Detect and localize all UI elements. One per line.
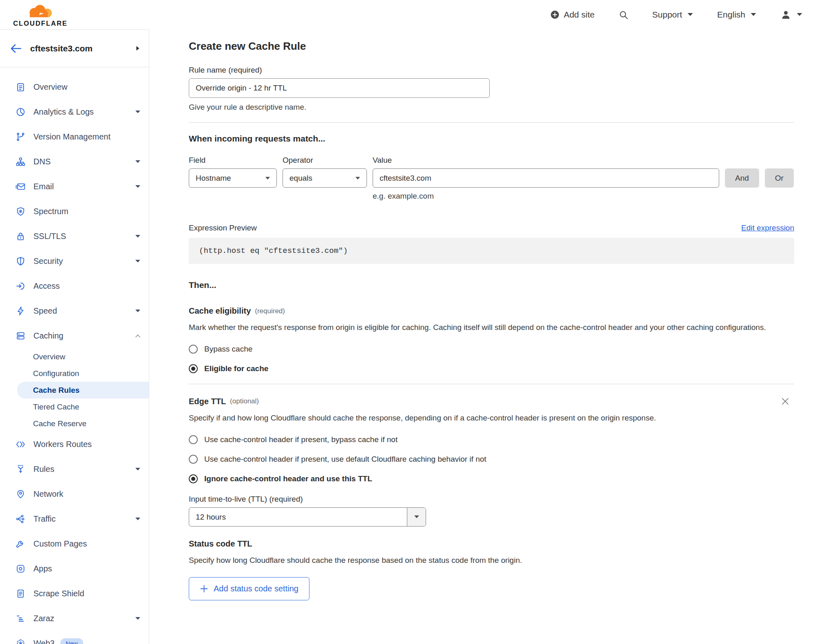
server-stack-icon	[15, 331, 26, 341]
ttl-select-caret-button[interactable]	[407, 508, 426, 526]
ttl-select[interactable]: 12 hours	[189, 507, 426, 527]
sidebar-item-workers-routes[interactable]: Workers Routes	[0, 432, 149, 457]
radio-eligible-for-cache[interactable]: Eligible for cache	[189, 364, 794, 373]
radio-circle	[189, 455, 198, 464]
share-nodes-icon	[15, 514, 26, 524]
radio-ignore-header-use-ttl[interactable]: Ignore cache-control header and use this…	[189, 474, 794, 483]
required-tag: (required)	[255, 307, 285, 315]
sidebar-item-access[interactable]: Access	[0, 274, 149, 299]
subnav-item-cache-reserve[interactable]: Cache Reserve	[0, 415, 149, 432]
expression-header-row: Expression Preview Edit expression	[189, 224, 794, 232]
language-menu[interactable]: English	[717, 10, 757, 20]
chevron-down-icon	[135, 309, 141, 313]
radio-use-header-bypass[interactable]: Use cache-control header if present, byp…	[189, 435, 794, 444]
sidebar-item-security[interactable]: Security	[0, 249, 149, 274]
clipboard-icon	[15, 82, 26, 92]
add-site-icon	[550, 10, 560, 20]
sidebar-item-analytics-logs[interactable]: Analytics & Logs	[0, 100, 149, 124]
add-site-button[interactable]: Add site	[550, 10, 595, 20]
caching-subnav: Overview Configuration Cache Rules Tiere…	[0, 348, 149, 432]
operator-column: Operator equals	[283, 156, 367, 188]
search-button[interactable]	[618, 10, 629, 20]
envelope-icon	[15, 181, 26, 192]
header-actions: Add site Support English	[550, 9, 803, 20]
shield-icon	[15, 256, 26, 266]
value-input[interactable]: cftestsite3.com	[373, 168, 719, 188]
sidebar-item-email[interactable]: Email	[0, 174, 149, 199]
app-header: CLOUDFLARE Add site Support English	[0, 0, 815, 29]
login-arrow-icon	[15, 281, 26, 291]
stacked-bars-icon	[15, 613, 26, 624]
or-button[interactable]: Or	[765, 168, 794, 188]
section-divider	[189, 122, 794, 123]
edit-expression-link[interactable]: Edit expression	[741, 224, 794, 232]
radio-use-header-default[interactable]: Use cache-control header if present, use…	[189, 455, 794, 464]
sidebar-item-ssl-tls[interactable]: SSL/TLS	[0, 224, 149, 249]
git-branch-icon	[15, 132, 26, 142]
chevron-down-icon	[135, 467, 141, 471]
sidebar-item-traffic[interactable]: Traffic	[0, 507, 149, 531]
radio-bypass-cache[interactable]: Bypass cache	[189, 345, 794, 354]
pie-chart-icon	[15, 107, 26, 117]
add-status-code-setting-button[interactable]: Add status code setting	[189, 577, 309, 600]
subnav-item-tiered-cache[interactable]: Tiered Cache	[0, 398, 149, 415]
sidebar-item-rules[interactable]: Rules	[0, 457, 149, 482]
radio-circle-selected	[189, 364, 198, 373]
field-select[interactable]: Hostname	[189, 168, 277, 188]
sidebar-item-apps[interactable]: Apps	[0, 556, 149, 581]
radio-circle	[189, 345, 198, 354]
operator-select[interactable]: equals	[283, 168, 367, 188]
snowflake-hex-icon	[15, 638, 26, 644]
field-column: Field Hostname	[189, 156, 277, 188]
edge-ttl-description: Specify if and how long Cloudflare shoul…	[189, 412, 670, 424]
radio-circle	[189, 435, 198, 444]
plus-icon	[200, 584, 208, 593]
back-arrow-icon[interactable]	[11, 44, 21, 53]
sidebar-item-overview[interactable]: Overview	[0, 75, 149, 100]
chevron-down-icon	[687, 13, 694, 17]
subnav-item-configuration[interactable]: Configuration	[0, 365, 149, 382]
site-name: cftestsite3.com	[30, 44, 93, 53]
lock-icon	[15, 231, 26, 241]
radio-circle-selected	[189, 474, 198, 483]
field-label: Field	[189, 156, 277, 165]
close-edge-ttl-button[interactable]	[780, 396, 790, 406]
cloudflare-logo[interactable]: CLOUDFLARE	[7, 3, 74, 27]
sidebar-item-web3[interactable]: Web3 New	[0, 631, 149, 644]
ttl-input-label: Input time-to-live (TTL) (required)	[189, 495, 794, 504]
sidebar-item-zaraz[interactable]: Zaraz	[0, 606, 149, 631]
lightning-icon	[15, 306, 26, 316]
triangle-right-icon	[136, 46, 140, 51]
value-label: Value	[373, 156, 719, 165]
sidebar-item-spectrum[interactable]: Spectrum	[0, 199, 149, 224]
sidebar-item-network[interactable]: Network	[0, 482, 149, 507]
cloudflare-cloud-icon	[27, 3, 54, 19]
document-icon	[15, 589, 26, 599]
account-menu[interactable]	[780, 9, 803, 20]
sidebar-item-speed[interactable]: Speed	[0, 299, 149, 323]
sitemap-icon	[15, 157, 26, 167]
chevron-down-icon	[135, 617, 141, 620]
sidebar-item-dns[interactable]: DNS	[0, 149, 149, 174]
match-heading: When incoming requests match...	[189, 134, 794, 144]
sidebar-item-version-management[interactable]: Version Management	[0, 124, 149, 149]
select-caret-icon	[265, 177, 270, 180]
expression-preview-label: Expression Preview	[189, 224, 257, 232]
user-icon	[780, 9, 791, 20]
value-helper: e.g. example.com	[373, 192, 794, 201]
subnav-item-cache-rules[interactable]: Cache Rules	[17, 382, 149, 398]
subnav-item-overview[interactable]: Overview	[0, 348, 149, 365]
site-expand-button[interactable]	[136, 46, 140, 51]
rule-name-input[interactable]: Override origin - 12 hr TTL	[189, 78, 490, 98]
cache-eligibility-description: Mark whether the request's response from…	[189, 321, 794, 334]
select-caret-icon	[355, 177, 360, 180]
chevron-down-icon	[135, 235, 141, 238]
support-menu[interactable]: Support	[652, 10, 694, 20]
sidebar-item-scrape-shield[interactable]: Scrape Shield	[0, 581, 149, 606]
value-column: Value cftestsite3.com	[373, 156, 719, 188]
sidebar-item-custom-pages[interactable]: Custom Pages	[0, 531, 149, 556]
status-code-ttl-heading: Status code TTL	[189, 539, 794, 549]
sidebar-item-caching[interactable]: Caching	[0, 323, 149, 348]
optional-tag: (optional)	[230, 397, 259, 405]
and-button[interactable]: And	[725, 168, 759, 188]
